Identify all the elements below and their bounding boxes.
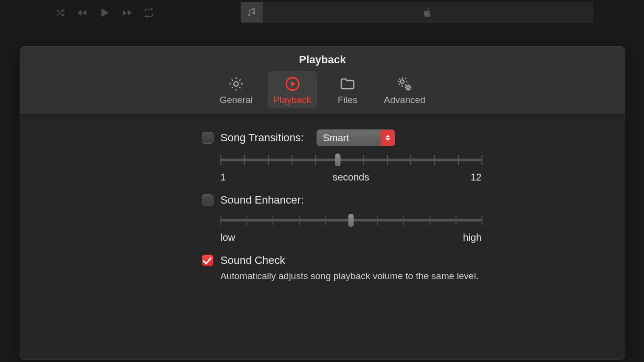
tab-advanced[interactable]: Advanced <box>378 71 431 108</box>
sound-enhancer-slider[interactable] <box>220 213 482 227</box>
repeat-icon[interactable] <box>142 6 155 19</box>
row-song-transitions: Song Transitions: Smart <box>202 129 605 146</box>
row-sound-check: Sound Check <box>202 254 605 267</box>
lcd-display <box>241 2 593 23</box>
section-song-transitions: Song Transitions: Smart 1 seconds <box>202 129 605 183</box>
section-sound-check: Sound Check Automatically adjusts song p… <box>202 254 605 282</box>
sound-check-checkbox[interactable] <box>202 255 214 266</box>
tab-label: Playback <box>273 95 311 105</box>
song-transitions-slider[interactable] <box>220 153 482 167</box>
tab-general[interactable]: General <box>214 71 259 108</box>
chevron-updown-icon <box>381 130 395 146</box>
tab-label: General <box>219 95 253 105</box>
svg-point-3 <box>407 86 410 89</box>
song-transitions-checkbox[interactable] <box>202 132 214 144</box>
tab-playback[interactable]: Playback <box>268 71 317 108</box>
slider-low: low <box>220 232 240 243</box>
slider-labels: 1 seconds 12 <box>220 172 482 183</box>
play-icon[interactable] <box>97 5 112 20</box>
tabbar: General Playback Files <box>20 71 625 114</box>
tab-label: Advanced <box>384 95 426 105</box>
app-toolbar <box>0 0 644 26</box>
svg-point-2 <box>401 80 404 83</box>
transport-controls <box>54 5 155 20</box>
song-transitions-label: Song Transitions: <box>220 131 304 144</box>
gear-icon <box>227 75 245 93</box>
play-circle-icon <box>284 75 301 93</box>
slider-min: 1 <box>220 172 240 183</box>
tab-label: Files <box>338 95 357 105</box>
panel-title: Playback <box>20 53 625 66</box>
slider-labels: low high <box>220 232 482 243</box>
svg-point-0 <box>234 81 239 86</box>
song-transitions-slider-block: 1 seconds 12 <box>202 153 482 183</box>
panel-header: Playback General Playback <box>20 47 625 115</box>
section-sound-enhancer: Sound Enhancer: low high <box>202 194 605 243</box>
sound-enhancer-checkbox[interactable] <box>202 194 214 206</box>
row-sound-enhancer: Sound Enhancer: <box>202 194 605 207</box>
sound-check-label: Sound Check <box>220 254 285 267</box>
tab-files[interactable]: Files <box>326 71 369 108</box>
slider-max: 12 <box>462 172 482 183</box>
sound-enhancer-slider-block: low high <box>202 213 482 243</box>
folder-icon <box>339 75 356 93</box>
music-note-icon <box>241 2 263 23</box>
sound-enhancer-label: Sound Enhancer: <box>220 194 304 207</box>
panel-body: Song Transitions: Smart 1 seconds <box>20 115 625 298</box>
gears-icon <box>396 75 413 93</box>
slider-high: high <box>462 232 482 243</box>
shuffle-icon[interactable] <box>54 6 67 19</box>
select-value: Smart <box>317 132 381 144</box>
preferences-panel: Playback General Playback <box>20 46 625 360</box>
slider-unit: seconds <box>240 172 462 183</box>
apple-logo-icon <box>263 7 592 18</box>
rewind-icon[interactable] <box>76 6 88 19</box>
song-transitions-select[interactable]: Smart <box>317 129 395 146</box>
forward-icon[interactable] <box>121 6 134 19</box>
sound-check-description: Automatically adjusts song playback volu… <box>220 271 605 282</box>
